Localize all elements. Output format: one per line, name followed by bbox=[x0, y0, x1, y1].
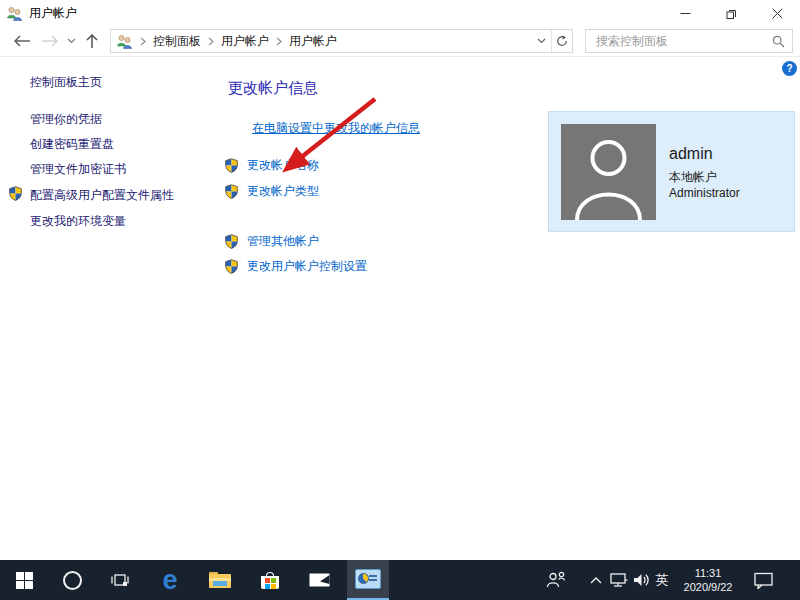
mail-icon bbox=[309, 572, 330, 588]
back-button[interactable] bbox=[10, 29, 34, 53]
breadcrumb-chevron-icon[interactable] bbox=[140, 37, 146, 46]
people-icon bbox=[546, 571, 566, 589]
file-explorer-icon bbox=[209, 572, 231, 588]
sidebar-item-password-reset-disk[interactable]: 创建密码重置盘 bbox=[30, 136, 114, 153]
breadcrumb-user-accounts[interactable]: 用户帐户 bbox=[221, 33, 269, 50]
account-name: admin bbox=[669, 145, 713, 163]
up-button[interactable] bbox=[80, 29, 104, 53]
close-icon bbox=[772, 8, 783, 19]
restore-icon bbox=[726, 8, 737, 19]
page-title: 更改帐户信息 bbox=[228, 79, 318, 98]
task-label: 更改帐户名称 bbox=[247, 157, 319, 174]
uac-shield-icon bbox=[224, 158, 239, 173]
clock-date: 2020/9/22 bbox=[684, 580, 733, 594]
taskbar: e bbox=[0, 560, 800, 600]
network-icon bbox=[610, 572, 628, 588]
start-button[interactable] bbox=[8, 560, 40, 600]
refresh-icon bbox=[556, 35, 568, 47]
sidebar-item-home[interactable]: 控制面板主页 bbox=[30, 74, 102, 91]
task-manage-other-accounts[interactable]: 管理其他帐户 bbox=[224, 233, 319, 250]
user-accounts-window-icon bbox=[355, 569, 381, 589]
uac-shield-icon bbox=[224, 184, 239, 199]
refresh-button[interactable] bbox=[551, 30, 572, 52]
taskbar-user-accounts-window-button[interactable] bbox=[347, 560, 389, 600]
task-change-account-name[interactable]: 更改帐户名称 bbox=[224, 157, 319, 174]
ime-indicator[interactable]: 英 bbox=[651, 560, 673, 600]
task-change-account-type[interactable]: 更改帐户类型 bbox=[224, 183, 319, 200]
minimize-button[interactable] bbox=[662, 0, 708, 26]
content-area: 控制面板主页 管理你的凭据 创建密码重置盘 管理文件加密证书 配置高级用户配置文… bbox=[0, 57, 800, 560]
title-bar: 用户帐户 bbox=[0, 0, 800, 26]
sidebar-item-advanced-profile[interactable]: 配置高级用户配置文件属性 bbox=[30, 187, 174, 204]
search-icon[interactable] bbox=[772, 35, 785, 48]
action-center-icon bbox=[754, 572, 773, 589]
breadcrumb-user-accounts-2[interactable]: 用户帐户 bbox=[289, 33, 337, 50]
speaker-icon bbox=[633, 572, 650, 588]
volume-tray-button[interactable] bbox=[629, 560, 653, 600]
breadcrumb-tools bbox=[531, 30, 572, 52]
breadcrumb-control-panel[interactable]: 控制面板 bbox=[153, 33, 201, 50]
chevron-down-icon bbox=[67, 38, 76, 44]
task-label: 更改用户帐户控制设置 bbox=[247, 258, 367, 275]
uac-shield-icon bbox=[224, 234, 239, 249]
recent-pages-dropdown[interactable] bbox=[64, 29, 78, 53]
clock-time: 11:31 bbox=[684, 566, 733, 580]
restore-button[interactable] bbox=[708, 0, 754, 26]
breadcrumb-bar: 控制面板 用户帐户 用户帐户 bbox=[110, 29, 573, 53]
person-icon bbox=[561, 124, 656, 220]
user-accounts-app-icon bbox=[6, 6, 23, 21]
help-button[interactable]: ? bbox=[782, 61, 797, 76]
file-explorer-button[interactable] bbox=[202, 560, 238, 600]
ime-label: 英 bbox=[656, 571, 669, 589]
user-account-card: admin 本地帐户 Administrator bbox=[548, 111, 795, 232]
breadcrumb-app-icon bbox=[116, 34, 133, 49]
desktop-screen: 用户帐户 bbox=[0, 0, 800, 600]
action-center-button[interactable] bbox=[748, 560, 778, 600]
windows-logo-icon bbox=[16, 572, 33, 589]
account-type: 本地帐户 bbox=[669, 169, 717, 186]
sidebar-item-manage-credentials[interactable]: 管理你的凭据 bbox=[30, 111, 102, 128]
edge-icon: e bbox=[162, 567, 177, 594]
task-view-icon bbox=[111, 572, 129, 588]
store-button[interactable] bbox=[252, 560, 288, 600]
mail-button[interactable] bbox=[301, 560, 337, 600]
user-accounts-window: 用户帐户 bbox=[0, 0, 800, 560]
sidebar-item-environment-variables[interactable]: 更改我的环境变量 bbox=[30, 213, 126, 230]
uac-shield-icon bbox=[8, 186, 23, 201]
sidebar-item-file-encryption-certs[interactable]: 管理文件加密证书 bbox=[30, 161, 126, 178]
search-box bbox=[585, 29, 793, 53]
clock-tray[interactable]: 11:31 2020/9/22 bbox=[674, 560, 742, 600]
microsoft-store-icon bbox=[261, 572, 279, 589]
search-input[interactable] bbox=[594, 33, 772, 49]
cortana-circle-icon bbox=[63, 571, 82, 590]
minimize-icon bbox=[680, 8, 691, 19]
people-tray-button[interactable] bbox=[542, 560, 570, 600]
cortana-button[interactable] bbox=[56, 560, 88, 600]
window-title: 用户帐户 bbox=[29, 5, 77, 22]
task-change-uac-settings[interactable]: 更改用户帐户控制设置 bbox=[224, 258, 367, 275]
close-button[interactable] bbox=[754, 0, 800, 26]
address-dropdown-button[interactable] bbox=[531, 30, 551, 52]
task-view-button[interactable] bbox=[104, 560, 136, 600]
task-label: 更改帐户类型 bbox=[247, 183, 319, 200]
chevron-down-icon bbox=[537, 38, 546, 44]
back-arrow-icon bbox=[13, 35, 31, 47]
account-role: Administrator bbox=[669, 186, 740, 200]
navigation-bar: 控制面板 用户帐户 用户帐户 bbox=[0, 26, 800, 57]
up-arrow-icon bbox=[86, 33, 98, 49]
breadcrumb-chevron-icon[interactable] bbox=[208, 37, 214, 46]
breadcrumb-chevron-icon[interactable] bbox=[276, 37, 282, 46]
window-controls bbox=[662, 0, 800, 26]
forward-arrow-icon bbox=[41, 35, 59, 47]
chevron-up-icon bbox=[590, 577, 602, 584]
network-tray-button[interactable] bbox=[607, 560, 631, 600]
user-avatar bbox=[561, 124, 656, 220]
show-hidden-icons-button[interactable] bbox=[586, 560, 606, 600]
forward-button[interactable] bbox=[38, 29, 62, 53]
pc-settings-link[interactable]: 在电脑设置中更改我的帐户信息 bbox=[252, 120, 420, 137]
uac-shield-icon bbox=[224, 259, 239, 274]
edge-button[interactable]: e bbox=[152, 560, 188, 600]
task-label: 管理其他帐户 bbox=[247, 233, 319, 250]
